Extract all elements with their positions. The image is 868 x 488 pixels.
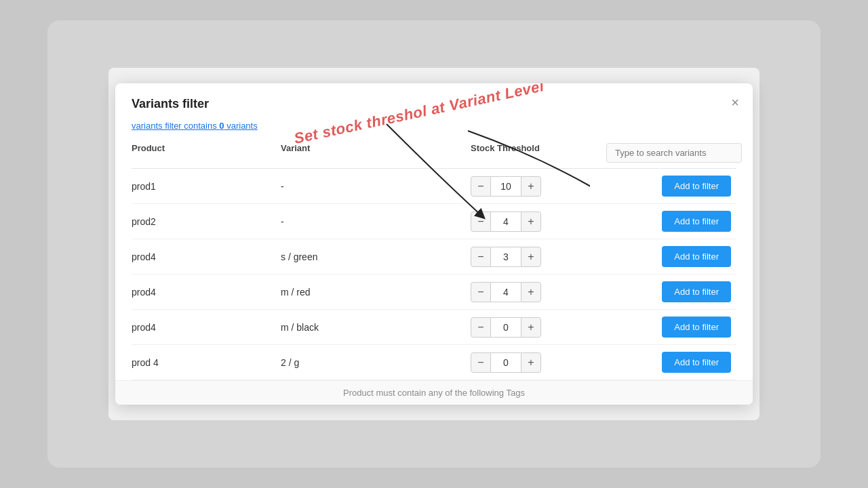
stepper-increment-0[interactable]: + <box>521 176 541 197</box>
table-row: prod4 m / red − 4 + Add to filter <box>132 274 736 310</box>
modal-header: Variants filter × <box>115 83 753 119</box>
cell-stepper: − 0 + <box>471 352 606 373</box>
stepper-value-4: 0 <box>491 317 521 338</box>
cell-action: Add to filter <box>606 281 736 302</box>
stepper-value-5: 0 <box>491 352 521 373</box>
stepper-increment-3[interactable]: + <box>521 282 541 302</box>
cell-stepper: − 0 + <box>471 317 606 338</box>
stepper-value-0: 10 <box>491 176 521 197</box>
filter-link-after: variants <box>224 121 258 131</box>
stepper-value-1: 4 <box>491 211 521 232</box>
table-header-row: Product Variant Stock Threshold <box>132 138 736 169</box>
bottom-bar: Product must contain any of the followin… <box>115 380 753 405</box>
add-filter-button-1[interactable]: Add to filter <box>662 211 731 232</box>
cell-variant: - <box>281 181 471 192</box>
filter-link[interactable]: variants filter contains 0 variants <box>132 121 258 131</box>
cell-product: prod2 <box>132 216 281 227</box>
cell-variant: 2 / g <box>281 357 471 368</box>
stepper-5: − 0 + <box>471 352 552 373</box>
stepper-increment-5[interactable]: + <box>521 352 541 373</box>
cell-action: Add to filter <box>606 317 736 338</box>
search-input[interactable] <box>606 143 742 163</box>
variants-table: Product Variant Stock Threshold prod1 - … <box>115 138 753 380</box>
stepper-increment-4[interactable]: + <box>521 317 541 338</box>
cell-action: Add to filter <box>606 352 736 373</box>
bottom-bar-text: Product must contain any of the followin… <box>343 388 525 398</box>
add-filter-button-2[interactable]: Add to filter <box>662 246 731 267</box>
table-row: prod 4 2 / g − 0 + Add to filter <box>132 345 736 380</box>
stepper-decrement-1[interactable]: − <box>471 211 491 232</box>
filter-link-before: variants filter contains <box>132 121 219 131</box>
add-filter-button-3[interactable]: Add to filter <box>662 281 731 302</box>
stepper-0: − 10 + <box>471 176 552 197</box>
cell-stepper: − 10 + <box>471 176 606 197</box>
table-row: prod2 - − 4 + Add to filter <box>132 204 736 239</box>
stepper-increment-2[interactable]: + <box>521 247 541 267</box>
stepper-decrement-0[interactable]: − <box>471 176 491 197</box>
stepper-decrement-4[interactable]: − <box>471 317 491 338</box>
add-filter-button-0[interactable]: Add to filter <box>662 176 731 197</box>
add-filter-button-5[interactable]: Add to filter <box>662 352 731 373</box>
modal-overlay: Set stock threshol at Variant Level <box>108 68 760 420</box>
cell-action: Add to filter <box>606 211 736 232</box>
add-filter-button-4[interactable]: Add to filter <box>662 317 731 338</box>
header-product: Product <box>132 143 281 163</box>
table-row: prod1 - − 10 + Add to filter <box>132 169 736 204</box>
cell-action: Add to filter <box>606 246 736 267</box>
stepper-4: − 0 + <box>471 317 552 338</box>
modal-dialog: Set stock threshol at Variant Level <box>115 83 753 405</box>
cell-product: prod4 <box>132 322 281 333</box>
table-row: prod4 s / green − 3 + Add to filter <box>132 239 736 274</box>
stepper-1: − 4 + <box>471 211 552 232</box>
cell-variant: m / red <box>281 287 471 298</box>
header-stock-threshold: Stock Threshold <box>471 143 606 163</box>
cell-variant: - <box>281 216 471 227</box>
modal-title: Variants filter <box>132 97 209 110</box>
cell-stepper: − 4 + <box>471 211 606 232</box>
header-search-container <box>606 143 742 163</box>
stepper-3: − 4 + <box>471 282 552 302</box>
header-variant: Variant <box>281 143 471 163</box>
cell-variant: s / green <box>281 251 471 262</box>
stepper-value-2: 3 <box>491 247 521 267</box>
cell-product: prod1 <box>132 181 281 192</box>
cell-variant: m / black <box>281 322 471 333</box>
cell-product: prod4 <box>132 251 281 262</box>
close-button[interactable]: × <box>731 96 739 109</box>
cell-stepper: − 4 + <box>471 282 606 302</box>
table-row: prod4 m / black − 0 + Add to filter <box>132 310 736 345</box>
stepper-value-3: 4 <box>491 282 521 302</box>
stepper-decrement-5[interactable]: − <box>471 352 491 373</box>
cell-product: prod4 <box>132 287 281 298</box>
stepper-decrement-2[interactable]: − <box>471 247 491 267</box>
cell-action: Add to filter <box>606 176 736 197</box>
filter-link-count: 0 <box>219 121 224 131</box>
cell-product: prod 4 <box>132 357 281 368</box>
monitor-background: Set stock threshol at Variant Level <box>47 20 821 468</box>
cell-stepper: − 3 + <box>471 247 606 267</box>
stepper-increment-1[interactable]: + <box>521 211 541 232</box>
stepper-2: − 3 + <box>471 247 552 267</box>
stepper-decrement-3[interactable]: − <box>471 282 491 302</box>
